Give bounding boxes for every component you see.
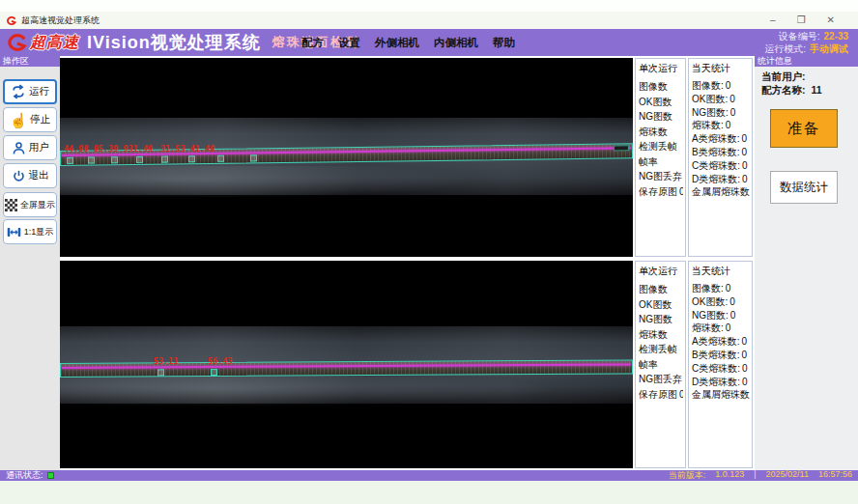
stat-row: OK图数 [639,95,683,110]
operation-sidebar: 操作区 运行 ☝ 停止 用户 退出 [0,56,60,470]
camera1-measurement-1: 44.98 05.39 931.49 [64,144,153,154]
stat-row: 图像数:0 [692,282,750,295]
camera-view-outer[interactable]: 44.98 05.39 931.49 31.53 41.49 [60,58,633,257]
prepare-button[interactable]: 准备 [770,109,838,148]
stat-row: 图像数 [639,79,683,95]
stat-row: NG图丢弃 [639,169,683,184]
stat-row: NG图数 [639,312,683,327]
stat-row: D类熔珠数:0 [692,173,750,186]
single-run-rows-1: 图像数OK图数NG图数熔珠数检测丢帧帧率NG图丢弃保存原图0/500 [639,79,683,199]
app-header: 超高速 IVision视觉处理系统 熔珠端面检测 配方设置外侧相机内侧相机帮助 … [0,29,858,56]
stat-row: 熔珠数 [639,125,683,140]
camera-view-inner[interactable]: 53.11 56.43 [60,261,633,468]
application-window: 超高速视觉处理系统 – ❐ ✕ 超高速 IVision视觉处理系统 熔珠端面检测… [0,0,858,504]
stat-row: NG图数:0 [692,106,750,120]
daily-title-2: 当天统计 [692,265,750,278]
stat-row: NG图数:0 [692,309,750,322]
stat-row: OK图数 [639,297,683,313]
current-user-label: 当前用户: [761,70,806,82]
single-run-rows-2: 图像数OK图数NG图数熔珠数检测丢帧帧率NG图丢弃保存原图0/500 [639,282,683,402]
single-run-title-1: 单次运行 [639,62,683,75]
camera2-measurement-1: 53.11 [154,356,179,366]
info-panel-title: 统计信息 [755,56,858,67]
stat-row: 金属屑熔珠数:0 [692,388,750,402]
brand-name: 超高速 [30,33,79,53]
data-statistics-button[interactable]: 数据统计 [770,171,838,204]
window-title-bar: 超高速视觉处理系统 – ❐ ✕ [0,12,858,29]
comm-status-indicator [47,472,54,479]
stat-row: C类熔珠数:0 [692,159,750,173]
single-run-title-2: 单次运行 [639,265,683,278]
stat-row: 熔珠数:0 [692,119,750,132]
one-to-one-label: 1:1显示 [24,226,54,238]
user-icon [12,141,26,155]
one-to-one-button[interactable]: 1:1显示 [3,219,57,244]
sidebar-title: 操作区 [0,56,60,67]
stat-row: 帧率 [639,357,683,373]
stat-row: 图像数 [639,282,683,297]
menu-item[interactable]: 内侧相机 [434,36,478,50]
recipe-name-label: 配方名称: [761,84,806,96]
camera2-measurement-2: 56.43 [208,356,233,366]
stop-hand-icon: ☝ [10,113,28,127]
daily-rows-2: 图像数:0OK图数:0NG图数:0熔珠数:0A类熔珠数:0B类熔珠数:0C类熔珠… [692,282,750,402]
menu-item[interactable]: 帮助 [493,36,515,50]
stat-row: A类熔珠数:0 [692,335,750,349]
stat-row: 保存原图0/500 [639,387,683,403]
power-icon [12,169,26,183]
camera2-edge-line [62,363,631,369]
fullscreen-button[interactable]: 全屏显示 [3,192,57,217]
stat-row: 检测丢帧 [639,342,683,357]
stat-row: NG图丢弃 [639,372,683,387]
recipe-name-value: 11 [812,84,822,96]
user-label: 用户 [29,141,49,154]
brand-swirl-icon [6,32,27,53]
menu-item[interactable]: 配方 [301,36,324,50]
stat-row: B类熔珠数:0 [692,349,750,362]
stat-row: A类熔珠数:0 [692,132,750,146]
statistics-info-panel: 统计信息 当前用户: 配方名称:11 准备 数据统计 [755,56,858,470]
exit-label: 退出 [29,169,49,182]
run-icon [11,84,26,99]
menu-item[interactable]: 外侧相机 [375,36,419,50]
stats-daily-panel-1: 当天统计 图像数:0OK图数:0NG图数:0熔珠数:0A类熔珠数:0B类熔珠数:… [688,58,753,257]
stat-row: 金属屑熔珠数:0 [692,185,750,199]
stat-row: C类熔珠数:0 [692,362,750,376]
stat-row: 检测丢帧 [639,139,683,154]
maximize-icon[interactable]: ❐ [797,12,806,29]
fullscreen-grid-icon [5,199,17,211]
app-logo-icon [6,15,16,26]
stats-daily-panel-2: 当天统计 图像数:0OK图数:0NG图数:0熔珠数:0A类熔珠数:0B类熔珠数:… [688,261,753,468]
stat-row: OK图数:0 [692,93,750,106]
app-title: IVision视觉处理系统 [87,31,261,54]
stat-row: NG图数 [639,109,683,125]
stat-row: 帧率 [639,154,683,170]
stat-row: 熔珠数 [639,327,683,343]
stat-row: 图像数:0 [692,79,750,93]
device-number-label: 设备编号: [779,31,820,42]
camera1-measurement-2: 31.53 41.49 [160,144,214,154]
stop-button[interactable]: ☝ 停止 [3,107,57,132]
user-button[interactable]: 用户 [3,135,57,160]
current-user-row: 当前用户: [761,70,812,84]
fullscreen-label: 全屏显示 [20,199,55,211]
run-mode-value: 手动调试 [810,43,848,54]
stat-row: 保存原图0/500 [639,184,683,200]
stat-row: OK图数:0 [692,295,750,309]
stats-single-run-panel-1: 单次运行 图像数OK图数NG图数熔珠数检测丢帧帧率NG图丢弃保存原图0/500 [635,58,686,257]
daily-title-1: 当天统计 [692,62,750,75]
menu-bar: 配方设置外侧相机内侧相机帮助 [301,29,515,56]
stats-single-run-panel-2: 单次运行 图像数OK图数NG图数熔珠数检测丢帧帧率NG图丢弃保存原图0/500 [635,261,686,468]
stat-row: D类熔珠数:0 [692,376,750,389]
recipe-name-row: 配方名称:11 [761,84,822,98]
desktop-strip [0,481,858,504]
close-icon[interactable]: ✕ [827,12,835,29]
menu-item[interactable]: 设置 [338,36,360,50]
stat-row: B类熔珠数:0 [692,146,750,159]
minimize-icon[interactable]: – [770,12,776,29]
stop-label: 停止 [30,113,50,126]
exit-button[interactable]: 退出 [3,163,57,188]
run-button[interactable]: 运行 [3,79,57,104]
device-number-value: 22-33 [823,31,848,42]
one-to-one-icon [7,226,21,238]
